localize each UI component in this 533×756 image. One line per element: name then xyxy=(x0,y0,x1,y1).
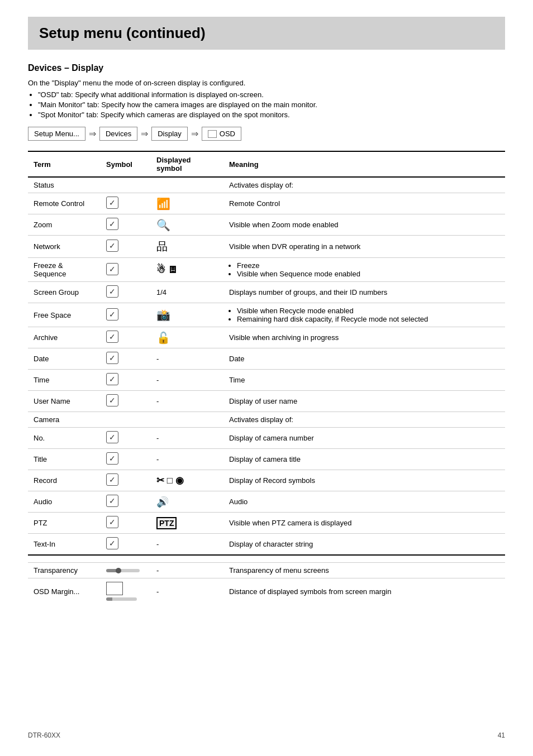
breadcrumb-arrow-2: ⇒ xyxy=(141,128,148,139)
record-symbol: ✂ □ ◉ xyxy=(156,475,184,486)
meaning-cell: Freeze Visible when Sequence mode enable… xyxy=(223,258,505,282)
footer-right: 41 xyxy=(498,731,505,739)
meaning-cell: Display of character string xyxy=(223,534,505,556)
footer-left: DTR-60XX xyxy=(28,731,60,739)
meaning-cell: Time xyxy=(223,370,505,391)
slider-thumb xyxy=(116,568,121,573)
breadcrumb: Setup Menu... ⇒ Devices ⇒ Display ⇒ OSD xyxy=(28,127,505,141)
checkbox-icon xyxy=(106,308,118,320)
margin-box xyxy=(106,582,123,595)
displayed-cell: - xyxy=(151,449,223,470)
table-row: Remote Control 📶 Remote Control xyxy=(28,193,505,214)
displayed-cell: 📸 xyxy=(151,303,223,327)
displayed-cell: 🔊 xyxy=(151,491,223,513)
meaning-cell: Audio xyxy=(223,491,505,513)
margin-slider xyxy=(106,597,137,601)
transparency-slider[interactable] xyxy=(106,569,145,572)
table-row: Screen Group 1/4 Displays number of grou… xyxy=(28,282,505,303)
freeze-seq-symbol: ☃ 🗏 xyxy=(156,264,178,275)
displayed-cell: - xyxy=(151,370,223,391)
term-cell: Camera xyxy=(28,412,101,428)
displayed-cell: 🔍 xyxy=(151,214,223,236)
term-cell: Time xyxy=(28,370,101,391)
checkbox-icon xyxy=(106,394,118,406)
table-row-empty xyxy=(28,555,505,563)
table-row: Freeze & Sequence ☃ 🗏 Freeze Visible whe… xyxy=(28,258,505,282)
table-row: Record ✂ □ ◉ Display of Record symbols xyxy=(28,470,505,491)
term-cell: Network xyxy=(28,236,101,258)
meaning-cell: Activates display of: xyxy=(223,177,505,193)
header-term: Term xyxy=(28,151,101,177)
displayed-cell: 品 xyxy=(151,236,223,258)
network-symbol: 品 xyxy=(156,240,168,252)
symbol-cell xyxy=(101,193,151,214)
meaning-cell: Distance of displayed symbols from scree… xyxy=(223,578,505,605)
term-cell: Zoom xyxy=(28,214,101,236)
displayed-cell: - xyxy=(151,563,223,578)
table-row: User Name - Display of user name xyxy=(28,391,505,412)
table-row: PTZ PTZ Visible when PTZ camera is displ… xyxy=(28,513,505,534)
term-cell: Record xyxy=(28,470,101,491)
osd-margin-control[interactable] xyxy=(106,582,145,601)
symbol-cell xyxy=(101,214,151,236)
table-row: Camera Activates display of: xyxy=(28,412,505,428)
displayed-cell: 🔓 xyxy=(151,327,223,348)
breadcrumb-display[interactable]: Display xyxy=(151,127,188,141)
symbol-cell xyxy=(101,428,151,449)
meaning-cell: Visible when DVR operating in a network xyxy=(223,236,505,258)
symbol-cell xyxy=(101,303,151,327)
osd-icon xyxy=(208,130,217,138)
displayed-cell: - xyxy=(151,391,223,412)
checkbox-icon xyxy=(106,331,118,343)
table-row: Title - Display of camera title xyxy=(28,449,505,470)
checkbox-icon xyxy=(106,240,118,252)
checkbox-icon xyxy=(106,516,118,528)
checkbox-icon xyxy=(106,352,118,364)
table-row: Date - Date xyxy=(28,348,505,370)
main-table: Term Symbol Displayed symbol Meaning Sta… xyxy=(28,151,505,604)
meaning-cell: Displays number of groups, and their ID … xyxy=(223,282,505,303)
meaning-item: Visible when Recycle mode enabled xyxy=(237,307,499,315)
displayed-cell: ☃ 🗏 xyxy=(151,258,223,282)
meaning-cell: Display of Record symbols xyxy=(223,470,505,491)
checkbox-icon xyxy=(106,285,118,298)
meaning-cell: Visible when Zoom mode enabled xyxy=(223,214,505,236)
table-row: No. - Display of camera number xyxy=(28,428,505,449)
table-row: Transparency - Transparency of menu scre… xyxy=(28,563,505,578)
page-header: Setup menu (continued) xyxy=(28,17,505,50)
checkbox-icon xyxy=(106,431,118,443)
ptz-symbol: PTZ xyxy=(156,517,177,529)
symbol-cell xyxy=(101,236,151,258)
table-row: Archive 🔓 Visible when archiving in prog… xyxy=(28,327,505,348)
checkbox-icon xyxy=(106,263,118,275)
meaning-item: Remaining hard disk capacity, if Recycle… xyxy=(237,315,499,323)
displayed-cell xyxy=(151,177,223,193)
symbol-cell xyxy=(101,348,151,370)
breadcrumb-arrow-1: ⇒ xyxy=(89,128,96,139)
table-row: Network 品 Visible when DVR operating in … xyxy=(28,236,505,258)
breadcrumb-devices[interactable]: Devices xyxy=(99,127,137,141)
audio-symbol: 🔊 xyxy=(156,496,169,508)
displayed-cell: - xyxy=(151,534,223,556)
table-row: Text-In - Display of character string xyxy=(28,534,505,556)
term-cell: OSD Margin... xyxy=(28,578,101,605)
table-row: Time - Time xyxy=(28,370,505,391)
meaning-cell: Visible when archiving in progress xyxy=(223,327,505,348)
displayed-cell: - xyxy=(151,428,223,449)
meaning-item: Freeze xyxy=(237,261,499,270)
breadcrumb-setup-menu[interactable]: Setup Menu... xyxy=(28,127,85,141)
symbol-cell xyxy=(101,513,151,534)
symbol-cell xyxy=(101,412,151,428)
checkbox-icon xyxy=(106,218,118,230)
term-cell: Date xyxy=(28,348,101,370)
zoom-symbol: 🔍 xyxy=(156,219,170,231)
meaning-list: Freeze Visible when Sequence mode enable… xyxy=(229,261,499,278)
symbol-cell xyxy=(101,534,151,556)
meaning-cell: Visible when PTZ camera is displayed xyxy=(223,513,505,534)
symbol-cell xyxy=(101,578,151,605)
meaning-cell: Date xyxy=(223,348,505,370)
breadcrumb-osd[interactable]: OSD xyxy=(202,127,241,141)
page: Setup menu (continued) Devices – Display… xyxy=(0,0,533,756)
term-cell: User Name xyxy=(28,391,101,412)
term-cell: Freeze & Sequence xyxy=(28,258,101,282)
